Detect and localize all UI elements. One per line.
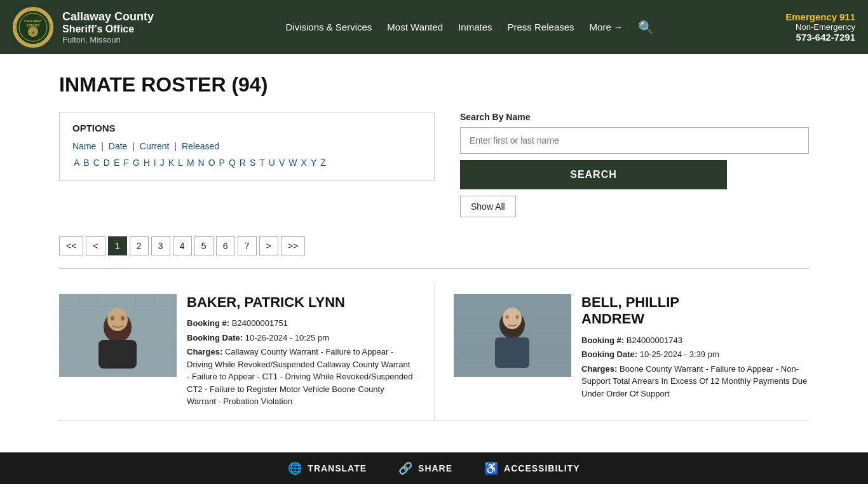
inmate-charges: Charges: Callaway County Warrant - Failu… bbox=[187, 346, 415, 408]
alpha-link-C[interactable]: C bbox=[92, 158, 101, 168]
alpha-link-R[interactable]: R bbox=[238, 158, 247, 168]
header: CALLAWAY COUNTY ★ Callaway County Sherif… bbox=[0, 0, 868, 54]
inmate-charges: Charges: Boone County Warrant - Failure … bbox=[581, 363, 809, 400]
page-btn-6[interactable]: 6 bbox=[216, 236, 235, 255]
alpha-link-B[interactable]: B bbox=[82, 158, 90, 168]
footer-share[interactable]: 🔗 SHARE bbox=[398, 461, 452, 475]
nav-more-arrow-icon: → bbox=[614, 22, 623, 32]
search-input[interactable] bbox=[460, 127, 809, 154]
non-emergency-label: Non-Emergency bbox=[785, 22, 855, 32]
org-location: Fulton, Missouri bbox=[62, 35, 154, 44]
options-search-row: OPTIONS Name | Date | Current | Released… bbox=[59, 112, 809, 217]
alpha-link-K[interactable]: K bbox=[167, 158, 175, 168]
svg-point-34 bbox=[506, 315, 509, 319]
org-name-line1: Callaway County bbox=[62, 10, 154, 24]
alpha-link-J[interactable]: J bbox=[159, 158, 166, 168]
nav-more-label: More bbox=[590, 22, 611, 32]
alpha-link-P[interactable]: P bbox=[218, 158, 226, 168]
page-btn-gt>[interactable]: >> bbox=[281, 236, 305, 255]
inmate-booking-num: Booking #: B24000001743 bbox=[581, 334, 809, 347]
inmate-photo bbox=[59, 294, 177, 377]
page-btn-1[interactable]: 1 bbox=[108, 236, 127, 255]
inmate-card: BAKER, PATRICK LYNN Booking #: B24000001… bbox=[59, 284, 434, 421]
svg-rect-33 bbox=[495, 337, 529, 368]
svg-point-23 bbox=[121, 316, 125, 321]
nav-most-wanted[interactable]: Most Wanted bbox=[387, 22, 443, 32]
emergency-info: Emergency 911 Non-Emergency 573-642-7291 bbox=[785, 11, 855, 43]
footer: 🌐 TRANSLATE 🔗 SHARE ♿ ACCESSIBILITY bbox=[0, 452, 868, 484]
inmate-info: BELL, PHILLIPANDREW Booking #: B24000001… bbox=[581, 294, 809, 410]
alpha-link-F[interactable]: F bbox=[122, 158, 130, 168]
nav-press-releases[interactable]: Press Releases bbox=[508, 22, 574, 32]
alpha-link-L[interactable]: L bbox=[177, 158, 184, 168]
alpha-link-E[interactable]: E bbox=[112, 158, 121, 168]
page-btn-7[interactable]: 7 bbox=[238, 236, 257, 255]
inmate-name: BAKER, PATRICK LYNN bbox=[187, 294, 415, 311]
nav-inmates[interactable]: Inmates bbox=[458, 22, 492, 32]
page-btn-lt<[interactable]: << bbox=[59, 236, 83, 255]
inmate-booking-num: Booking #: B24000001751 bbox=[187, 317, 415, 330]
page-title: INMATE ROSTER (94) bbox=[59, 73, 809, 97]
alpha-link-N[interactable]: N bbox=[197, 158, 206, 168]
sort-date[interactable]: Date bbox=[109, 141, 128, 151]
alpha-link-U[interactable]: U bbox=[268, 158, 276, 168]
inmate-card: BELL, PHILLIPANDREW Booking #: B24000001… bbox=[434, 284, 809, 421]
alpha-link-D[interactable]: D bbox=[102, 158, 111, 168]
non-emergency-phone: 573-642-7291 bbox=[785, 32, 855, 43]
alpha-link-G[interactable]: G bbox=[132, 158, 141, 168]
page-btn-3[interactable]: 3 bbox=[151, 236, 170, 255]
translate-label: TRANSLATE bbox=[308, 463, 367, 473]
footer-translate[interactable]: 🌐 TRANSLATE bbox=[288, 461, 367, 475]
inmate-name: BELL, PHILLIPANDREW bbox=[581, 294, 809, 328]
alpha-link-H[interactable]: H bbox=[142, 158, 151, 168]
page-btn-lt[interactable]: < bbox=[86, 236, 105, 255]
inmate-grid: BAKER, PATRICK LYNN Booking #: B24000001… bbox=[59, 284, 809, 421]
alpha-link-A[interactable]: A bbox=[72, 158, 81, 168]
page-btn-5[interactable]: 5 bbox=[194, 236, 214, 255]
svg-text:CALLAWAY: CALLAWAY bbox=[24, 19, 42, 23]
show-all-button[interactable]: Show All bbox=[460, 196, 516, 217]
sort-released[interactable]: Released bbox=[182, 141, 219, 151]
header-search-button[interactable]: 🔍 bbox=[638, 20, 654, 35]
sep3: | bbox=[174, 141, 177, 151]
inmate-booking-date: Booking Date: 10-25-2024 - 3:39 pm bbox=[581, 348, 809, 361]
alpha-link-S[interactable]: S bbox=[248, 158, 257, 168]
main-content: INMATE ROSTER (94) OPTIONS Name | Date |… bbox=[27, 54, 841, 440]
options-box: OPTIONS Name | Date | Current | Released… bbox=[59, 112, 435, 181]
alpha-link-T[interactable]: T bbox=[258, 158, 266, 168]
emergency-number: 911 bbox=[839, 11, 855, 22]
alpha-link-I[interactable]: I bbox=[153, 158, 158, 168]
alpha-link-X[interactable]: X bbox=[300, 158, 308, 168]
alpha-link-Y[interactable]: Y bbox=[309, 158, 318, 168]
section-divider bbox=[59, 268, 809, 269]
svg-rect-21 bbox=[98, 340, 137, 369]
sort-current[interactable]: Current bbox=[140, 141, 170, 151]
page-btn-2[interactable]: 2 bbox=[130, 236, 149, 255]
alpha-link-O[interactable]: O bbox=[207, 158, 217, 168]
alpha-link-M[interactable]: M bbox=[186, 158, 196, 168]
main-nav: Divisions & Services Most Wanted Inmates… bbox=[154, 20, 785, 35]
page-btn-gt[interactable]: > bbox=[259, 236, 278, 255]
alpha-link-W[interactable]: W bbox=[287, 158, 298, 168]
sort-name[interactable]: Name bbox=[72, 141, 96, 151]
inmate-booking-date: Booking Date: 10-26-2024 - 10:25 pm bbox=[187, 332, 415, 344]
alpha-link-V[interactable]: V bbox=[278, 158, 286, 168]
nav-divisions[interactable]: Divisions & Services bbox=[285, 22, 372, 32]
alpha-link-Z[interactable]: Z bbox=[319, 158, 327, 168]
org-name-line2: Sheriff's Office bbox=[62, 24, 154, 35]
svg-point-22 bbox=[111, 316, 114, 321]
alpha-link-Q[interactable]: Q bbox=[227, 158, 237, 168]
footer-accessibility[interactable]: ♿ ACCESSIBILITY bbox=[484, 461, 580, 475]
header-title: Callaway County Sheriff's Office Fulton,… bbox=[62, 10, 154, 44]
header-branding: CALLAWAY COUNTY ★ Callaway County Sherif… bbox=[13, 7, 154, 48]
emergency-label: Emergency bbox=[785, 11, 837, 22]
share-icon: 🔗 bbox=[398, 461, 413, 475]
accessibility-label: ACCESSIBILITY bbox=[504, 463, 580, 473]
search-button[interactable]: SEARCH bbox=[460, 160, 727, 189]
share-label: SHARE bbox=[418, 463, 452, 473]
translate-icon: 🌐 bbox=[288, 461, 302, 475]
logo: CALLAWAY COUNTY ★ bbox=[13, 7, 53, 48]
page-btn-4[interactable]: 4 bbox=[173, 236, 192, 255]
inmate-photo bbox=[454, 294, 571, 377]
nav-more[interactable]: More → bbox=[590, 22, 623, 32]
